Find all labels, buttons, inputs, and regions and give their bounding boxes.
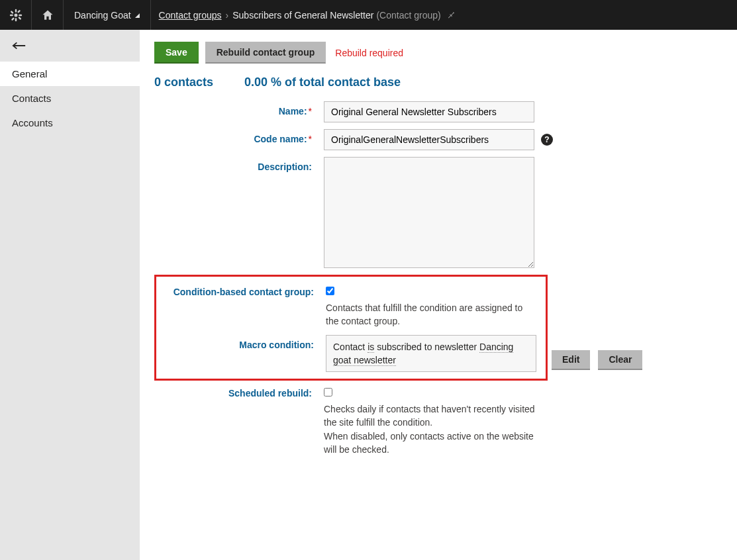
label-description: Description: xyxy=(154,157,324,172)
scheduled-help1: Checks daily if contacts that haven't re… xyxy=(324,402,536,430)
row-codename: Code name:* ? xyxy=(154,129,722,150)
help-icon[interactable]: ? xyxy=(541,134,553,146)
rebuild-status: Rebuild required xyxy=(335,48,403,58)
row-condition: Condition-based contact group: Contacts … xyxy=(156,282,546,328)
home-icon[interactable] xyxy=(32,0,64,30)
label-condition: Condition-based contact group: xyxy=(156,282,326,297)
sidebar-item-general[interactable]: General xyxy=(0,62,140,86)
label-scheduled: Scheduled rebuild: xyxy=(154,383,324,398)
sidebar-item-label: General xyxy=(12,68,47,79)
label-codename: Code name:* xyxy=(154,129,324,144)
label-macro: Macro condition: xyxy=(156,335,326,350)
site-selector[interactable]: Dancing Goat ◢ xyxy=(64,0,151,30)
label-name: Name:* xyxy=(154,101,324,117)
sidebar-item-accounts[interactable]: Accounts xyxy=(0,111,140,135)
svg-rect-8 xyxy=(11,17,14,21)
back-button[interactable] xyxy=(0,30,140,62)
action-bar: Save Rebuild contact group Rebuild requi… xyxy=(154,42,722,64)
stats-row: 0 contacts 0.00 % of total contact base xyxy=(154,75,722,89)
main-content: Save Rebuild contact group Rebuild requi… xyxy=(140,30,737,560)
save-button[interactable]: Save xyxy=(154,42,199,64)
caret-down-icon: ◢ xyxy=(135,12,140,19)
sidebar-item-label: Accounts xyxy=(12,117,53,128)
app-logo-icon[interactable] xyxy=(0,0,32,30)
rebuild-button[interactable]: Rebuild contact group xyxy=(205,42,326,64)
svg-rect-1 xyxy=(15,9,17,12)
edit-button[interactable]: Edit xyxy=(552,350,590,370)
sidebar-item-contacts[interactable]: Contacts xyxy=(0,86,140,111)
codename-input[interactable] xyxy=(324,129,534,150)
breadcrumb-separator: › xyxy=(226,10,229,21)
breadcrumb-root-link[interactable]: Contact groups xyxy=(159,10,222,21)
svg-rect-4 xyxy=(19,14,22,16)
name-input[interactable] xyxy=(324,101,534,122)
sidebar: General Contacts Accounts xyxy=(0,30,140,560)
row-macro: Macro condition: Contact is subscribed t… xyxy=(156,335,546,373)
svg-rect-6 xyxy=(18,16,21,19)
site-name: Dancing Goat xyxy=(74,10,131,21)
row-description: Description: xyxy=(154,157,722,268)
svg-rect-2 xyxy=(15,18,17,21)
sidebar-item-label: Contacts xyxy=(12,93,51,104)
svg-rect-7 xyxy=(17,9,20,13)
description-textarea[interactable] xyxy=(324,157,534,268)
pin-icon[interactable] xyxy=(446,9,456,21)
svg-point-0 xyxy=(14,13,17,17)
layout: General Contacts Accounts Save Rebuild c… xyxy=(0,30,737,560)
condition-help: Contacts that fulfill the condition are … xyxy=(326,301,538,328)
contact-percent: 0.00 % of total contact base xyxy=(244,75,401,89)
condition-checkbox[interactable] xyxy=(326,287,334,295)
svg-rect-3 xyxy=(9,14,13,16)
highlight-box: Condition-based contact group: Contacts … xyxy=(154,275,548,381)
row-name: Name:* xyxy=(154,101,722,122)
scheduled-checkbox[interactable] xyxy=(324,388,332,397)
breadcrumb-current: Subscribers of General Newsletter xyxy=(232,10,373,21)
topbar: Dancing Goat ◢ Contact groups › Subscrib… xyxy=(0,0,737,30)
macro-condition-display: Contact is subscribed to newsletter Danc… xyxy=(326,335,536,373)
scheduled-help2: When disabled, only contacts active on t… xyxy=(324,430,536,457)
breadcrumb-suffix: (Contact group) xyxy=(376,10,440,21)
row-scheduled: Scheduled rebuild: Checks daily if conta… xyxy=(154,383,722,456)
breadcrumb: Contact groups › Subscribers of General … xyxy=(151,9,456,21)
contact-count: 0 contacts xyxy=(154,75,213,89)
clear-button[interactable]: Clear xyxy=(598,350,642,370)
svg-rect-5 xyxy=(10,10,13,13)
